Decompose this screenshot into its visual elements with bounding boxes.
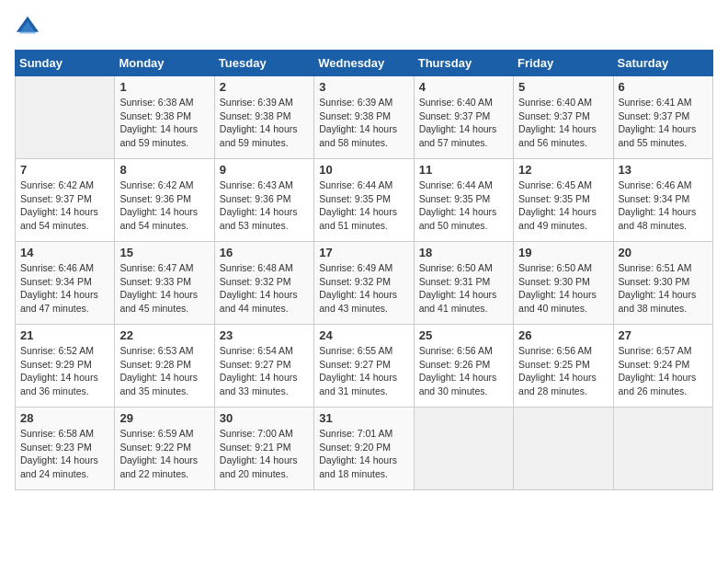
calendar-cell: 5Sunrise: 6:40 AM Sunset: 9:37 PM Daylig… bbox=[514, 76, 613, 159]
day-number: 12 bbox=[518, 163, 608, 177]
day-number: 1 bbox=[119, 80, 209, 94]
day-info: Sunrise: 6:38 AM Sunset: 9:38 PM Dayligh… bbox=[119, 96, 209, 150]
day-info: Sunrise: 6:57 AM Sunset: 9:24 PM Dayligh… bbox=[619, 344, 708, 398]
calendar-cell: 11Sunrise: 6:44 AM Sunset: 9:35 PM Dayli… bbox=[414, 159, 513, 242]
calendar-cell bbox=[16, 76, 115, 159]
day-number: 4 bbox=[419, 80, 508, 94]
calendar-cell: 6Sunrise: 6:41 AM Sunset: 9:37 PM Daylig… bbox=[613, 76, 712, 159]
day-number: 9 bbox=[220, 163, 309, 177]
day-number: 8 bbox=[119, 163, 209, 177]
day-info: Sunrise: 6:56 AM Sunset: 9:26 PM Dayligh… bbox=[419, 344, 508, 398]
calendar-header: SundayMondayTuesdayWednesdayThursdayFrid… bbox=[16, 51, 713, 76]
day-number: 24 bbox=[319, 328, 408, 342]
header-row: SundayMondayTuesdayWednesdayThursdayFrid… bbox=[16, 51, 713, 76]
day-info: Sunrise: 6:41 AM Sunset: 9:37 PM Dayligh… bbox=[619, 96, 708, 150]
calendar-cell: 13Sunrise: 6:46 AM Sunset: 9:34 PM Dayli… bbox=[613, 159, 712, 242]
day-info: Sunrise: 6:59 AM Sunset: 9:22 PM Dayligh… bbox=[119, 427, 209, 481]
calendar-cell bbox=[414, 408, 513, 490]
day-info: Sunrise: 6:40 AM Sunset: 9:37 PM Dayligh… bbox=[518, 96, 608, 150]
calendar-cell: 22Sunrise: 6:53 AM Sunset: 9:28 PM Dayli… bbox=[115, 325, 214, 408]
header-cell: Wednesday bbox=[314, 51, 414, 76]
calendar-week-row: 7Sunrise: 6:42 AM Sunset: 9:37 PM Daylig… bbox=[16, 159, 713, 242]
calendar-cell: 26Sunrise: 6:56 AM Sunset: 9:25 PM Dayli… bbox=[514, 325, 613, 408]
day-info: Sunrise: 7:00 AM Sunset: 9:21 PM Dayligh… bbox=[220, 427, 309, 481]
day-number: 14 bbox=[20, 246, 109, 259]
day-number: 15 bbox=[119, 246, 209, 259]
header-cell: Saturday bbox=[613, 51, 712, 76]
calendar-cell: 28Sunrise: 6:58 AM Sunset: 9:23 PM Dayli… bbox=[16, 408, 115, 490]
calendar-cell: 7Sunrise: 6:42 AM Sunset: 9:37 PM Daylig… bbox=[16, 159, 115, 242]
calendar-cell: 16Sunrise: 6:48 AM Sunset: 9:32 PM Dayli… bbox=[214, 242, 313, 325]
day-number: 2 bbox=[220, 80, 309, 94]
calendar-week-row: 14Sunrise: 6:46 AM Sunset: 9:34 PM Dayli… bbox=[16, 242, 713, 325]
calendar-body: 1Sunrise: 6:38 AM Sunset: 9:38 PM Daylig… bbox=[16, 76, 713, 490]
day-number: 5 bbox=[518, 80, 608, 94]
header-cell: Tuesday bbox=[214, 51, 313, 76]
day-info: Sunrise: 6:39 AM Sunset: 9:38 PM Dayligh… bbox=[220, 96, 309, 150]
day-number: 28 bbox=[20, 411, 109, 425]
day-number: 13 bbox=[619, 163, 708, 177]
calendar-cell: 30Sunrise: 7:00 AM Sunset: 9:21 PM Dayli… bbox=[214, 408, 313, 490]
day-number: 19 bbox=[518, 246, 608, 259]
calendar-week-row: 1Sunrise: 6:38 AM Sunset: 9:38 PM Daylig… bbox=[16, 76, 713, 159]
calendar-cell: 23Sunrise: 6:54 AM Sunset: 9:27 PM Dayli… bbox=[214, 325, 313, 408]
day-number: 10 bbox=[319, 163, 408, 177]
day-number: 3 bbox=[319, 80, 408, 94]
day-info: Sunrise: 6:58 AM Sunset: 9:23 PM Dayligh… bbox=[20, 427, 109, 481]
day-number: 16 bbox=[220, 246, 309, 259]
day-info: Sunrise: 6:39 AM Sunset: 9:38 PM Dayligh… bbox=[319, 96, 408, 150]
day-info: Sunrise: 7:01 AM Sunset: 9:20 PM Dayligh… bbox=[319, 427, 408, 481]
calendar-cell: 17Sunrise: 6:49 AM Sunset: 9:32 PM Dayli… bbox=[314, 242, 414, 325]
day-info: Sunrise: 6:48 AM Sunset: 9:32 PM Dayligh… bbox=[220, 261, 309, 316]
calendar-cell bbox=[613, 408, 712, 490]
day-number: 27 bbox=[619, 328, 708, 342]
calendar-cell: 15Sunrise: 6:47 AM Sunset: 9:33 PM Dayli… bbox=[115, 242, 214, 325]
day-info: Sunrise: 6:56 AM Sunset: 9:25 PM Dayligh… bbox=[518, 344, 608, 398]
day-info: Sunrise: 6:50 AM Sunset: 9:30 PM Dayligh… bbox=[518, 261, 608, 316]
day-info: Sunrise: 6:53 AM Sunset: 9:28 PM Dayligh… bbox=[119, 344, 209, 398]
day-info: Sunrise: 6:49 AM Sunset: 9:32 PM Dayligh… bbox=[319, 261, 408, 316]
day-info: Sunrise: 6:46 AM Sunset: 9:34 PM Dayligh… bbox=[619, 178, 708, 233]
calendar-week-row: 28Sunrise: 6:58 AM Sunset: 9:23 PM Dayli… bbox=[16, 408, 713, 490]
calendar-cell: 21Sunrise: 6:52 AM Sunset: 9:29 PM Dayli… bbox=[16, 325, 115, 408]
day-number: 29 bbox=[119, 411, 209, 425]
header-cell: Thursday bbox=[414, 51, 513, 76]
calendar-cell: 1Sunrise: 6:38 AM Sunset: 9:38 PM Daylig… bbox=[115, 76, 214, 159]
day-number: 20 bbox=[619, 246, 708, 259]
calendar-cell: 9Sunrise: 6:43 AM Sunset: 9:36 PM Daylig… bbox=[214, 159, 313, 242]
header-cell: Friday bbox=[514, 51, 613, 76]
day-info: Sunrise: 6:46 AM Sunset: 9:34 PM Dayligh… bbox=[20, 261, 109, 316]
calendar-cell: 25Sunrise: 6:56 AM Sunset: 9:26 PM Dayli… bbox=[414, 325, 513, 408]
day-info: Sunrise: 6:43 AM Sunset: 9:36 PM Dayligh… bbox=[220, 178, 309, 233]
calendar-cell: 18Sunrise: 6:50 AM Sunset: 9:31 PM Dayli… bbox=[414, 242, 513, 325]
calendar-cell: 24Sunrise: 6:55 AM Sunset: 9:27 PM Dayli… bbox=[314, 325, 414, 408]
day-info: Sunrise: 6:44 AM Sunset: 9:35 PM Dayligh… bbox=[419, 178, 508, 233]
day-info: Sunrise: 6:50 AM Sunset: 9:31 PM Dayligh… bbox=[419, 261, 508, 316]
calendar-cell: 29Sunrise: 6:59 AM Sunset: 9:22 PM Dayli… bbox=[115, 408, 214, 490]
day-number: 7 bbox=[20, 163, 109, 177]
day-number: 11 bbox=[419, 163, 508, 177]
calendar-cell: 4Sunrise: 6:40 AM Sunset: 9:37 PM Daylig… bbox=[414, 76, 513, 159]
calendar-cell: 12Sunrise: 6:45 AM Sunset: 9:35 PM Dayli… bbox=[514, 159, 613, 242]
calendar-table: SundayMondayTuesdayWednesdayThursdayFrid… bbox=[15, 50, 713, 490]
day-info: Sunrise: 6:55 AM Sunset: 9:27 PM Dayligh… bbox=[319, 344, 408, 398]
day-info: Sunrise: 6:52 AM Sunset: 9:29 PM Dayligh… bbox=[20, 344, 109, 398]
calendar-cell: 14Sunrise: 6:46 AM Sunset: 9:34 PM Dayli… bbox=[16, 242, 115, 325]
day-number: 23 bbox=[220, 328, 309, 342]
calendar-cell: 8Sunrise: 6:42 AM Sunset: 9:36 PM Daylig… bbox=[115, 159, 214, 242]
day-info: Sunrise: 6:44 AM Sunset: 9:35 PM Dayligh… bbox=[319, 178, 408, 233]
day-info: Sunrise: 6:42 AM Sunset: 9:36 PM Dayligh… bbox=[119, 178, 209, 233]
day-info: Sunrise: 6:45 AM Sunset: 9:35 PM Dayligh… bbox=[518, 178, 608, 233]
page-header bbox=[15, 15, 713, 40]
calendar-cell: 10Sunrise: 6:44 AM Sunset: 9:35 PM Dayli… bbox=[314, 159, 414, 242]
calendar-cell bbox=[514, 408, 613, 490]
day-info: Sunrise: 6:42 AM Sunset: 9:37 PM Dayligh… bbox=[20, 178, 109, 233]
calendar-cell: 2Sunrise: 6:39 AM Sunset: 9:38 PM Daylig… bbox=[214, 76, 313, 159]
calendar-cell: 27Sunrise: 6:57 AM Sunset: 9:24 PM Dayli… bbox=[613, 325, 712, 408]
day-info: Sunrise: 6:40 AM Sunset: 9:37 PM Dayligh… bbox=[419, 96, 508, 150]
header-cell: Sunday bbox=[16, 51, 115, 76]
header-cell: Monday bbox=[115, 51, 214, 76]
day-info: Sunrise: 6:51 AM Sunset: 9:30 PM Dayligh… bbox=[619, 261, 708, 316]
day-number: 26 bbox=[518, 328, 608, 342]
calendar-week-row: 21Sunrise: 6:52 AM Sunset: 9:29 PM Dayli… bbox=[16, 325, 713, 408]
